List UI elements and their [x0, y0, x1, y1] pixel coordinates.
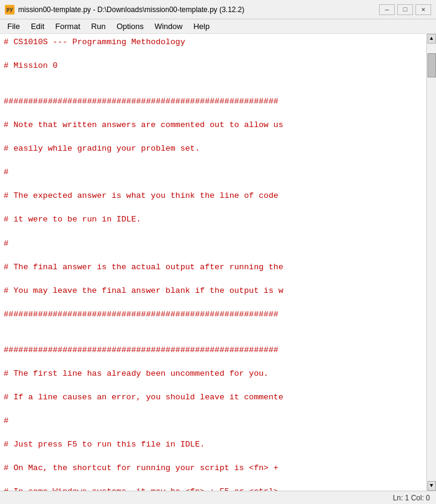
code-line: ########################################… — [4, 96, 423, 108]
code-line: # it were to be run in IDLE. — [4, 214, 423, 226]
code-line: # The final answer is the actual output … — [4, 261, 423, 273]
code-line: # — [4, 166, 423, 178]
code-line: # You may leave the final answer blank i… — [4, 285, 423, 297]
code-line: # Note that written answers are commente… — [4, 119, 423, 131]
window-controls: — □ ✕ — [379, 4, 431, 15]
code-line: # — [4, 415, 423, 427]
app-icon: py — [5, 5, 15, 15]
menu-options[interactable]: Options — [111, 21, 148, 32]
code-line: ########################################… — [4, 309, 423, 321]
code-line: # Mission 0 — [4, 60, 423, 72]
title-bar: py mission00-template.py - D:\Downloads\… — [0, 0, 436, 19]
code-line: # Just press F5 to run this file in IDLE… — [4, 439, 423, 451]
scroll-down-arrow[interactable]: ▼ — [428, 481, 436, 491]
menu-file[interactable]: File — [2, 21, 25, 32]
code-line: # On Mac, the shortcut for running your … — [4, 462, 423, 474]
code-line: # The expected answer is what you think … — [4, 190, 423, 202]
menu-format[interactable]: Format — [50, 21, 85, 32]
menu-run[interactable]: Run — [87, 21, 111, 32]
status-bar: Ln: 1 Col: 0 — [0, 491, 436, 504]
menu-help[interactable]: Help — [188, 21, 214, 32]
scroll-up-arrow[interactable]: ▲ — [428, 34, 436, 44]
scroll-thumb[interactable] — [428, 53, 436, 77]
cursor-position: Ln: 1 Col: 0 — [393, 494, 430, 502]
minimize-button[interactable]: — — [379, 4, 395, 15]
code-line: ########################################… — [4, 344, 423, 356]
code-line: # In some Windows systems, it may be <fn… — [4, 486, 423, 491]
code-line: # CS1010S --- Programming Methodology — [4, 36, 423, 48]
window-title: mission00-template.py - D:\Downloads\mis… — [18, 5, 245, 14]
code-line: # easily while grading your problem set. — [4, 143, 423, 155]
vertical-scrollbar[interactable]: ▲ ▼ — [426, 34, 436, 491]
close-button[interactable]: ✕ — [415, 4, 431, 15]
menu-bar: File Edit Format Run Options Window Help — [0, 19, 436, 34]
editor-content[interactable]: # CS1010S --- Programming Methodology # … — [0, 34, 426, 491]
menu-edit[interactable]: Edit — [26, 21, 49, 32]
code-line: # The first line has already been uncomm… — [4, 368, 423, 380]
code-line: # — [4, 238, 423, 250]
code-line: # If a line causes an error, you should … — [4, 391, 423, 404]
title-bar-left: py mission00-template.py - D:\Downloads\… — [5, 5, 245, 15]
menu-window[interactable]: Window — [150, 21, 187, 32]
editor-container: # CS1010S --- Programming Methodology # … — [0, 34, 436, 491]
maximize-button[interactable]: □ — [397, 4, 413, 15]
